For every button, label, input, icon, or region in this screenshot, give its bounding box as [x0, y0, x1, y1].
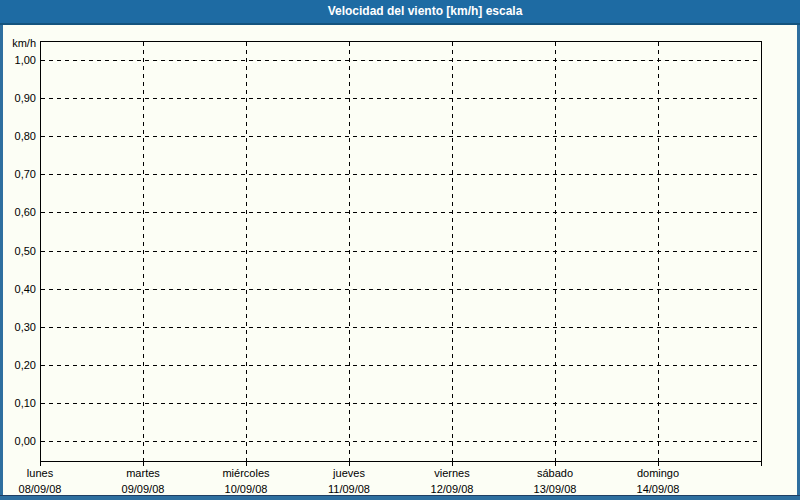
x-day-label: viernes [401, 467, 503, 480]
h-gridline [41, 212, 761, 213]
y-tick-label: 0,90 [0, 91, 36, 105]
v-gridline [246, 42, 247, 461]
h-gridline [41, 251, 761, 252]
h-gridline [41, 327, 761, 328]
x-date-label: 14/09/08 [607, 483, 709, 496]
y-tick-label: 0,30 [0, 320, 36, 334]
x-axis-tick [246, 462, 247, 466]
y-axis-unit-label: km/h [0, 37, 36, 50]
y-tick-label: 0,00 [0, 434, 36, 448]
h-gridline [41, 441, 761, 442]
v-gridline [143, 42, 144, 461]
x-day-label: lunes [0, 467, 91, 480]
x-date-label: 11/09/08 [298, 483, 400, 496]
chart-title: Velocidad del viento [km/h] escala [328, 4, 523, 18]
h-gridline [41, 365, 761, 366]
x-axis-tick [452, 462, 453, 466]
x-axis-tick [658, 462, 659, 466]
x-axis-tick [143, 462, 144, 466]
y-tick-label: 0,10 [0, 396, 36, 410]
y-tick-label: 0,70 [0, 167, 36, 181]
x-axis-tick [555, 462, 556, 466]
x-date-label: 12/09/08 [401, 483, 503, 496]
v-gridline [658, 42, 659, 461]
v-gridline [349, 42, 350, 461]
x-day-label: miércoles [195, 467, 297, 480]
h-gridline [41, 60, 761, 61]
x-date-label: 09/09/08 [92, 483, 194, 496]
x-axis-tick [349, 462, 350, 466]
y-tick-label: 0,50 [0, 244, 36, 258]
v-gridline [452, 42, 453, 461]
x-date-label: 10/09/08 [195, 483, 297, 496]
x-axis-tick [761, 462, 762, 466]
x-day-label: domingo [607, 467, 709, 480]
x-day-label: sábado [504, 467, 606, 480]
y-tick-label: 0,40 [0, 282, 36, 296]
h-gridline [41, 174, 761, 175]
x-day-label: jueves [298, 467, 400, 480]
h-gridline [41, 136, 761, 137]
chart-window: Velocidad del viento [km/h] escala km/h … [0, 0, 800, 500]
y-tick-label: 0,80 [0, 129, 36, 143]
x-axis-tick [40, 462, 41, 466]
window-titlebar: Velocidad del viento [km/h] escala [0, 0, 800, 25]
h-gridline [41, 403, 761, 404]
y-tick-label: 0,20 [0, 358, 36, 372]
x-date-label: 08/09/08 [0, 483, 91, 496]
h-gridline [41, 289, 761, 290]
y-tick-label: 1,00 [0, 53, 36, 67]
x-day-label: martes [92, 467, 194, 480]
y-tick-label: 0,60 [0, 205, 36, 219]
h-gridline [41, 98, 761, 99]
v-gridline [555, 42, 556, 461]
x-date-label: 13/09/08 [504, 483, 606, 496]
